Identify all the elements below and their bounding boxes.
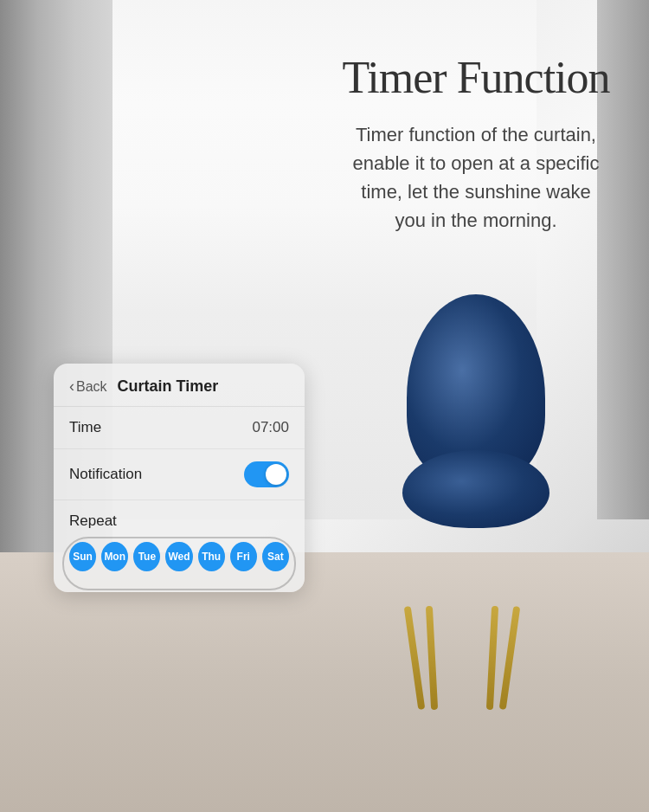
notification-label: Notification (69, 466, 142, 483)
day-btn-wed[interactable]: Wed (165, 542, 192, 571)
day-btn-fri[interactable]: Fri (230, 542, 257, 571)
time-row: Time 07:00 (54, 407, 305, 449)
day-btn-thu[interactable]: Thu (198, 542, 225, 571)
days-container: SunMonTueWedThuFriSat (69, 542, 289, 585)
curtain-timer-card: ‹ Back Curtain Timer Time 07:00 Notifica… (54, 364, 305, 592)
day-btn-tue[interactable]: Tue (133, 542, 160, 571)
day-btn-sat[interactable]: Sat (262, 542, 289, 571)
notification-toggle[interactable] (244, 461, 289, 487)
repeat-label: Repeat (69, 512, 289, 530)
text-area: Timer Function Timer function of the cur… (329, 52, 623, 235)
days-row: SunMonTueWedThuFriSat (69, 542, 289, 585)
card-header: ‹ Back Curtain Timer (54, 364, 305, 407)
back-label: Back (76, 379, 107, 395)
notification-row: Notification (54, 449, 305, 500)
time-label: Time (69, 419, 101, 436)
time-value[interactable]: 07:00 (252, 419, 289, 436)
chair-leg-front-left (404, 606, 426, 710)
back-button[interactable]: ‹ Back (69, 377, 107, 396)
chair-seat (402, 450, 549, 528)
chair-leg-back-left (426, 606, 438, 710)
day-btn-mon[interactable]: Mon (101, 542, 128, 571)
chair-leg-front-right (499, 606, 521, 710)
page-title: Timer Function (329, 52, 623, 103)
page-description: Timer function of the curtain, enable it… (329, 120, 623, 235)
toggle-thumb (266, 464, 286, 485)
chair-leg-back-right (486, 606, 498, 710)
repeat-section: Repeat SunMonTueWedThuFriSat (54, 500, 305, 592)
card-title: Curtain Timer (118, 377, 219, 396)
chair (355, 294, 597, 710)
day-btn-sun[interactable]: Sun (69, 542, 96, 571)
back-chevron-icon: ‹ (69, 377, 74, 396)
